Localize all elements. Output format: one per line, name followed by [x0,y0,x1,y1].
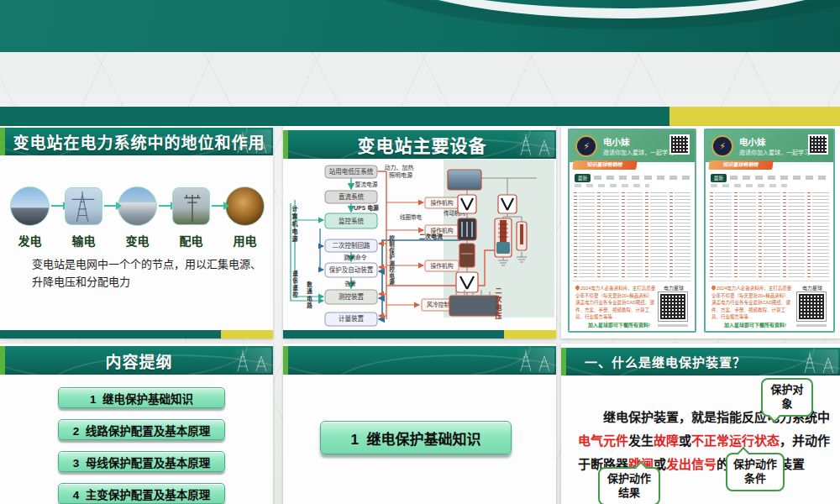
poster-invite: 邀请你加入星球，一起学习 [739,148,810,156]
qr-caption-bar [796,324,827,327]
callout-protection-object: 保护对象 [761,378,813,417]
edge-label: 整流电源 [354,181,377,188]
poster-join-line: 加入星球即可下载所有资料! [588,321,650,328]
knowledge-planet-poster: ⚡ 电小妹 邀请你加入星球，一起学习 知识星球畅销榜 最新 2024电力人必备资… [568,129,696,333]
list-column [622,192,643,278]
tab-placeholder-row [594,176,690,180]
tower-icon [514,348,554,373]
substation-photo [118,186,157,226]
slide-sorter-canvas: { "colors": { "accent_teal": "#0d6e62", … [0,0,840,504]
edge-label: UPS 电源 [354,204,379,212]
transmission-photo [65,187,102,225]
poster-tabs: 最新 [575,174,690,181]
template-yellow-stripe [669,107,840,126]
slide2-title-banner: 变电站主要设备 [283,130,556,159]
slide1-title-banner: 变电站在电力系统中的地位和作用 [0,128,273,155]
edge-label: 跳闸命令 [344,254,366,261]
planet-logo-icon: ⚡ [575,135,597,157]
power-chain-row [10,185,265,227]
flow-box-label: 测控装置 [339,292,364,301]
list-column [807,192,829,278]
poster-join-line: 加入星球即可下载所有资料! [724,321,786,328]
poster-article-list [574,192,690,278]
tower-icon [514,132,554,157]
tab-latest: 最新 [711,174,727,182]
vertical-label-control-power: 控制保护测控电源 [388,235,394,314]
slide-thumbnail-3[interactable]: ⚡ 电小妹 邀请你加入星球，一起学习 知识星球畅销榜 最新 2024电力人必备资… [561,126,840,339]
transformer-photo [449,296,498,316]
slide5-title-banner [283,346,556,375]
flame-icon [711,285,717,291]
list-column [669,192,690,278]
outline-item-1-button[interactable]: 1 继电保护基础知识 [58,387,225,408]
slide6-title: 一、什么是继电保护装置？ [585,353,746,370]
power-chain-labels: 发电 输电 变电 配电 用电 [10,232,265,249]
list-column [597,192,618,278]
poster-header: ⚡ 电小妹 邀请你加入星球，一起学习 [706,130,833,162]
stage-label-transmission: 输电 [64,232,103,249]
poster-brand: 电小妹 [739,135,766,148]
slide4-title: 内容提纲 [105,349,172,372]
current-transformer-photo [459,244,475,267]
slide4-title-banner: 内容提纲 [0,346,273,375]
flow-arrow-icon [159,205,171,207]
poster-article-list [710,192,829,278]
stage-label-transformation: 变电 [118,232,157,249]
poster-ribbon: 知识星球畅销榜 [708,160,774,170]
tower-icon [231,348,271,373]
slide-thumbnail-5[interactable]: 1 继电保护基础知识 [283,344,556,504]
flow-boxes: 站用电低压系统 直流系统 监控系统 二次控制回路 保护及自动装置 测控装置 计量… [325,165,377,326]
edge-label: 线圈带电 [400,213,423,221]
slide1-title: 变电站在电力系统中的地位和作用 [13,130,265,153]
disconnector-icon [456,272,478,292]
outline-item-2-button[interactable]: 2 线路保护配置及基本原理 [58,419,225,440]
poster-divider [709,281,830,281]
tab-placeholder-row2 [711,184,787,187]
slide-thumbnail-6[interactable]: 一、什么是继电保护装置？ 继电保护装置，就是指能反应电力系统中电气元件发生故障或… [561,344,840,504]
vertical-label-secondary-voltage: 二次电压 [494,287,501,326]
qr-code-icon [658,291,688,322]
callout-protection-result: 保护动作 结果 [598,467,660,504]
slide-thumbnail-1[interactable]: 变电站在电力系统中的地位和作用 发电 输电 变电 配电 用电 变电站是电网中一个… [0,126,273,339]
vertical-label-data-circuit: 数通电路 [306,281,312,323]
list-column [783,192,805,278]
flow-box-label: 监控系统 [339,217,364,225]
poster-qr-label: 电力星球 [664,284,684,291]
list-column [710,192,732,278]
poster-ribbon: 知识星球畅销榜 [572,160,638,170]
flow-box-label: 站用电低压系统 [329,167,374,176]
slide2-title: 变电站主要设备 [358,132,487,157]
flow-box-label: 直流系统 [339,192,364,201]
poster-divider [573,281,691,281]
consumption-photo [225,186,265,226]
outline-item-4-button[interactable]: 4 主变保护配置及基本原理 [58,483,225,504]
disconnector-icon [458,195,476,213]
substation-equipment-diagram: 站用电低压系统 直流系统 监控系统 二次控制回路 保护及自动装置 测控装置 计量… [283,160,556,330]
poster-brand: 电小妹 [603,135,630,148]
tab-placeholder-row [730,176,828,180]
poster-header: ⚡ 电小妹 邀请你加入星球，一起学习 [570,130,695,162]
qr-caption-bar [658,324,688,327]
flow-box-label: 计量装置 [339,314,364,323]
generation-photo [10,186,50,226]
edge-label: 动力、加热 [385,164,414,171]
flow-box-label: 保护及自动装置 [329,265,374,274]
banner-arc [283,346,531,375]
slide-thumbnail-4[interactable]: 内容提纲 1 继电保护基础知识 2 线路保护配置及基本原理 3 母线保护配置及基… [0,344,273,504]
stage-label-generation: 发电 [10,232,50,249]
slide-thumbnail-2[interactable]: 变电站主要设备 [283,126,556,339]
list-column [734,192,756,278]
list-column [574,192,595,278]
outline-item-3-button[interactable]: 3 母线保护配置及基本原理 [58,451,225,472]
list-column [759,192,780,278]
slide1-caption: 变电站是电网中一个个的节点，用以汇集电源、升降电压和分配电力 [32,256,265,291]
qr-code-icon [796,291,827,322]
bus-photo [448,170,481,190]
slide-footer-accent [221,330,273,339]
section-title-button[interactable]: 1 继电保护基础知识 [320,421,512,454]
flow-arrow-icon [104,205,116,207]
poster-qr-label: 电力星球 [802,284,822,291]
stage-label-distribution: 配电 [171,232,211,249]
actuator-label: 操作机构 [430,262,453,270]
qr-code-icon [808,134,828,155]
